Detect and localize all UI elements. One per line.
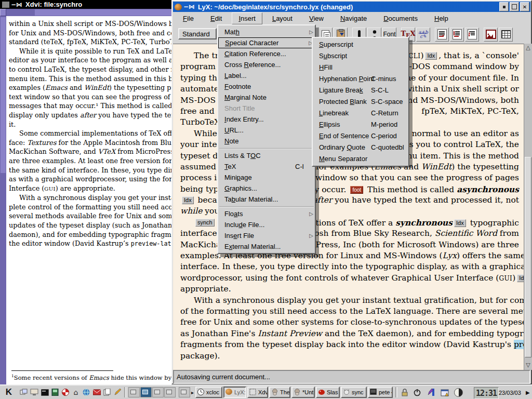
menu-item-lists-toc[interactable]: Lists & TOC <box>218 150 315 161</box>
menu-item-special-character[interactable]: Special Character▷ <box>218 37 315 48</box>
xdvi-titlebar[interactable]: −⋈ Xdvi: file:synchro <box>0 0 177 9</box>
menu-item-hyphenation-point[interactable]: Hyphenation PointC-minus <box>313 73 408 85</box>
menu-item-protected-blank[interactable]: Protected BlankS-C-space <box>313 96 408 108</box>
menu-view[interactable]: View <box>302 12 330 24</box>
power-icon[interactable] <box>411 387 423 398</box>
mail-icon[interactable] <box>91 387 102 398</box>
menu-help[interactable]: Help <box>428 12 455 24</box>
text-run: examples ( <box>9 84 45 91</box>
inset-idx[interactable]: Idx <box>454 219 466 227</box>
home-icon[interactable]: ⌂ <box>71 387 81 398</box>
menu-item-tabular-material[interactable]: Tabular Material... <box>218 194 315 205</box>
lyx-vertical-scrollbar[interactable]: △ ▽ <box>524 44 532 370</box>
menu-navigate[interactable]: Navigate <box>334 12 374 24</box>
table-insert-icon[interactable] <box>499 28 513 42</box>
menu-item-minipage[interactable]: Minipage <box>218 172 315 183</box>
menu-item-subscript[interactable]: Subscript <box>313 50 408 62</box>
menu-item-insert-file[interactable]: Insert File▷ <box>218 230 315 241</box>
menu-insert[interactable]: Insert <box>232 12 262 24</box>
lyx-vscroll-thumb[interactable] <box>525 157 531 357</box>
menu-item-ligature-break[interactable]: Ligature BreakS-C-L <box>313 85 408 96</box>
moon-icon[interactable] <box>453 387 464 398</box>
figure-insert-icon[interactable] <box>484 28 498 42</box>
desktop-icon[interactable] <box>29 387 39 398</box>
menu-item-cross-reference[interactable]: Cross Reference... <box>218 59 315 70</box>
menu-file[interactable]: File <box>176 12 201 24</box>
text-run: GUI <box>44 186 56 192</box>
clipboard-icon[interactable] <box>102 387 112 398</box>
help-icon[interactable] <box>60 387 71 398</box>
menu-item-tex[interactable]: TeXC-l <box>218 161 315 172</box>
menu-item-math[interactable]: Math▷ <box>218 26 315 37</box>
task-button-xdvi[interactable]: Xdvi <box>247 387 268 398</box>
menu-item-graphics[interactable]: Graphics... <box>218 183 315 194</box>
menu-item-label[interactable]: Label... <box>218 70 315 81</box>
maximize-button[interactable] <box>510 2 519 11</box>
pager-desktop-1[interactable] <box>128 387 140 397</box>
task-button-unti[interactable]: *Unti <box>291 387 315 398</box>
task-button-slas[interactable]: Slas <box>316 387 340 398</box>
menu-item-ordinary-quote[interactable]: Ordinary QuoteC-quotedbl <box>313 142 408 153</box>
math-mode-icon[interactable]: a+bc✎ <box>416 28 430 42</box>
menu-documents[interactable]: Documents <box>377 12 424 24</box>
menu-item-hfill[interactable]: HFill <box>313 62 408 73</box>
browser-icon[interactable] <box>81 387 91 398</box>
organizer-icon[interactable] <box>439 387 450 398</box>
task-button-theg[interactable]: The G <box>269 387 290 398</box>
menu-item-include-file[interactable]: Include File... <box>218 219 315 230</box>
menu-item-external-material[interactable]: External Material... <box>218 241 315 252</box>
marginpar-insert-icon[interactable] <box>450 28 464 42</box>
windows-icon[interactable] <box>19 387 29 398</box>
scroll-down-icon[interactable]: ▽ <box>524 361 532 369</box>
menu-edit[interactable]: Edit <box>204 12 229 24</box>
xdvi-hscroll-thumb[interactable] <box>35 9 176 16</box>
inset-idx[interactable]: Idx <box>425 52 437 60</box>
menu-item-marginal-note[interactable]: Marginal Note <box>218 92 315 103</box>
inset-synch[interactable]: synch <box>195 219 215 227</box>
task-button-xcloc[interactable]: xcloc <box>195 387 222 398</box>
wm-iconify-glyph[interactable]: −⋈ <box>183 3 195 10</box>
menu-item-floats[interactable]: Floats▷ <box>218 208 315 219</box>
menu-layout[interactable]: Layout <box>265 12 299 24</box>
menu-item-end-of-sentence[interactable]: End of SentenceC-period <box>313 130 408 142</box>
depth-icon[interactable] <box>465 28 479 42</box>
paragraph-style-combo[interactable]: Standard <box>178 28 217 39</box>
task-button-lyx[interactable]: LyX: <box>223 387 246 398</box>
footnote-insert-icon[interactable] <box>435 28 449 42</box>
panel-arrow-icon[interactable]: ▸ <box>191 390 194 395</box>
console-icon[interactable] <box>50 387 60 398</box>
menu-item-superscript[interactable]: Superscript <box>313 39 408 50</box>
minimize-button[interactable] <box>499 2 509 11</box>
kmenu-icon[interactable]: K <box>2 387 16 398</box>
panel-hide-arrow-icon[interactable]: ▶ <box>526 390 530 395</box>
pager-desktop-3[interactable] <box>152 387 164 397</box>
menu-item-citation-reference[interactable]: Citation Reference... <box>218 48 315 59</box>
xdvi-horizontal-scrollbar[interactable] <box>6 9 177 16</box>
lock-icon[interactable] <box>399 387 410 398</box>
inset-idx[interactable]: Idx <box>182 196 194 204</box>
lyx-titlebar[interactable]: −⋈ LyX: ~/doc/beginlatex/src/synchro.lyx… <box>173 2 530 12</box>
mini-pager[interactable] <box>179 387 190 397</box>
menu-item-footnote[interactable]: Footnote <box>218 81 315 92</box>
menu-item-ellipsis[interactable]: EllipsisM-period <box>313 119 408 130</box>
task-button-sync[interactable]: sync <box>341 387 367 398</box>
wm-iconify-glyph[interactable]: −⋈ <box>11 1 22 8</box>
menu-item-linebreak[interactable]: LinebreakC-Return <box>313 108 408 119</box>
xdvi-vscroll-thumb[interactable] <box>1 17 6 173</box>
scroll-up-icon[interactable]: △ <box>524 44 532 52</box>
menu-item-url[interactable]: URL... <box>218 125 315 136</box>
pager-desktop-2[interactable] <box>140 387 152 397</box>
xdvi-vertical-scrollbar[interactable] <box>0 16 6 384</box>
pencil-icon[interactable] <box>112 387 123 398</box>
klipper-icon[interactable] <box>426 387 437 398</box>
menu-item-index-entry[interactable]: Index Entry... <box>218 114 315 125</box>
footnote-inset[interactable]: foot <box>350 186 363 194</box>
close-button[interactable]: ✕ <box>520 2 529 11</box>
task-button-pete[interactable]: pete◄ <box>368 387 393 398</box>
menu-item-note[interactable]: Note <box>218 136 315 147</box>
xdvi-scrollbar-corner <box>0 9 6 16</box>
terminal-icon[interactable] <box>39 387 50 398</box>
inset-idx[interactable]: Idx <box>517 274 524 282</box>
menu-item-menu-separator[interactable]: Menu Separator <box>313 153 408 165</box>
pager-desktop-4[interactable] <box>164 387 176 397</box>
